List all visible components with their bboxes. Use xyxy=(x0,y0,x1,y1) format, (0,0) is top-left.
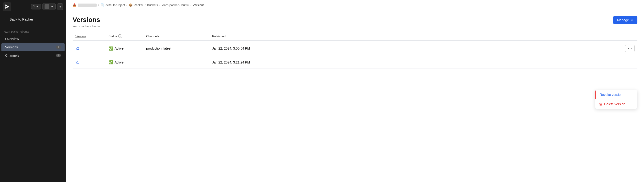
breadcrumb-project[interactable]: 📄 default-project xyxy=(100,3,125,7)
sidebar-item-versions[interactable]: Versions 2 xyxy=(2,43,64,51)
published-cell-v1: Jan 22, 2024, 3:21:24 PM xyxy=(209,56,622,68)
collapse-sidebar-button[interactable]: « xyxy=(57,3,63,10)
col-channels: Channels xyxy=(143,32,209,41)
versions-table: Version Status i Channels Published xyxy=(72,32,638,68)
col-status-label: Status xyxy=(108,35,117,38)
breadcrumb-sep-4: / xyxy=(159,3,160,7)
chevron-down-icon-2 xyxy=(50,5,54,8)
help-icon: ? xyxy=(33,5,35,8)
status-label-v1: Active xyxy=(114,60,124,64)
help-button[interactable]: ? xyxy=(31,4,41,10)
breadcrumb-sep-1: / xyxy=(98,3,99,7)
row-actions-v1 xyxy=(622,56,638,68)
trash-icon: 🗑 xyxy=(599,102,602,106)
org-icon: 📥 xyxy=(72,3,76,7)
versions-badge: 2 xyxy=(56,46,61,49)
page-title-area: Versions learn-packer-ubuntu xyxy=(72,16,100,28)
page-subtitle: learn-packer-ubuntu xyxy=(72,25,100,28)
published-cell-v2: Jan 22, 2024, 3:50:54 PM xyxy=(209,41,622,56)
back-to-packer-link[interactable]: ← Back to Packer xyxy=(0,13,66,25)
breadcrumb-item[interactable]: learn-packer-ubuntu xyxy=(162,3,189,7)
version-link-v2[interactable]: v2 xyxy=(76,47,79,50)
table-body: v2 ✅ Active production, latest Jan 22, 2… xyxy=(72,41,638,68)
versions-table-container: Version Status i Channels Published xyxy=(66,32,644,68)
breadcrumb-service[interactable]: 📦 Packer xyxy=(129,3,143,7)
sidebar-item-channels-label: Channels xyxy=(5,54,19,57)
col-version-label: Version xyxy=(76,35,86,38)
delete-version-item[interactable]: 🗑 Delete version xyxy=(595,99,637,109)
row-menu-button-v2[interactable]: ⋯ xyxy=(625,45,634,52)
breadcrumb-bucket-link[interactable]: Buckets xyxy=(147,3,158,7)
sidebar-nav: Overview Versions 2 Channels 2 xyxy=(0,35,66,60)
status-label-v2: Active xyxy=(114,47,124,50)
back-arrow-icon: ← xyxy=(4,17,8,21)
org-selector[interactable] xyxy=(42,3,56,10)
hashicorp-logo xyxy=(3,2,11,11)
status-active-icon-v1: ✅ xyxy=(108,60,113,64)
col-published-label: Published xyxy=(212,35,226,38)
breadcrumb-sep-3: / xyxy=(145,3,146,7)
sidebar-item-overview-label: Overview xyxy=(5,37,19,41)
col-channels-label: Channels xyxy=(146,35,159,38)
packer-icon: 📦 xyxy=(129,3,132,7)
revoke-label: Revoke version xyxy=(600,93,622,97)
breadcrumb-current: Versions xyxy=(193,3,204,7)
breadcrumb-item-link[interactable]: learn-packer-ubuntu xyxy=(162,3,189,7)
sidebar-item-overview[interactable]: Overview xyxy=(2,35,64,43)
back-label: Back to Packer xyxy=(10,17,33,21)
breadcrumb-sep-5: / xyxy=(190,3,192,7)
sidebar-top-controls: ? « xyxy=(31,3,63,10)
project-icon: 📄 xyxy=(100,3,104,7)
version-cell-v2: v2 xyxy=(72,41,106,56)
delete-label: Delete version xyxy=(604,102,626,106)
sidebar-section-label: learn-packer-ubuntu xyxy=(0,25,66,35)
status-cell-v2: ✅ Active xyxy=(106,41,143,56)
version-link-v1[interactable]: v1 xyxy=(76,60,79,64)
page-title: Versions xyxy=(72,16,100,24)
chevron-down-icon xyxy=(36,5,39,8)
chevron-down-icon-manage xyxy=(630,19,634,22)
row-menu-dropdown: Revoke version 🗑 Delete version xyxy=(595,90,638,109)
breadcrumb-org-name xyxy=(78,4,97,7)
col-status: Status i xyxy=(106,32,143,41)
col-published: Published xyxy=(209,32,622,41)
breadcrumb-bucket[interactable]: Buckets xyxy=(147,3,158,7)
status-info-icon[interactable]: i xyxy=(118,34,122,38)
version-cell-v1: v1 xyxy=(72,56,106,68)
channels-cell-v1 xyxy=(143,56,209,68)
revoke-version-item[interactable]: Revoke version xyxy=(595,90,637,99)
collapse-icon: « xyxy=(59,5,61,9)
sidebar-top-bar: ? « xyxy=(0,0,66,13)
manage-button[interactable]: Manage xyxy=(613,16,638,24)
breadcrumb-project-link[interactable]: default-project xyxy=(106,3,125,7)
breadcrumb-service-link[interactable]: Packer xyxy=(134,3,143,7)
channels-badge: 2 xyxy=(56,54,61,57)
col-version[interactable]: Version xyxy=(72,32,106,41)
status-cell-v1: ✅ Active xyxy=(106,56,143,68)
table-header: Version Status i Channels Published xyxy=(72,32,638,41)
status-active-icon-v2: ✅ xyxy=(108,46,113,51)
table-row: v1 ✅ Active Jan 22, 2024, 3:21:24 PM xyxy=(72,56,638,68)
breadcrumb-org: 📥 xyxy=(72,3,97,7)
manage-label: Manage xyxy=(617,18,629,22)
sidebar-item-channels[interactable]: Channels 2 xyxy=(2,52,64,60)
page-header: Versions learn-packer-ubuntu Manage xyxy=(66,10,644,32)
breadcrumb: 📥 / 📄 default-project / 📦 Packer / Bucke… xyxy=(66,0,644,10)
table-row: v2 ✅ Active production, latest Jan 22, 2… xyxy=(72,41,638,56)
main-content: 📥 / 📄 default-project / 📦 Packer / Bucke… xyxy=(66,0,644,182)
breadcrumb-sep-2: / xyxy=(126,3,127,7)
row-actions-v2: ⋯ xyxy=(622,41,638,56)
sidebar: ? « ← Back to Packer learn-packer-ubuntu… xyxy=(0,0,66,182)
org-avatar xyxy=(44,4,49,9)
channels-cell-v2: production, latest xyxy=(143,41,209,56)
sidebar-item-versions-label: Versions xyxy=(5,45,18,49)
